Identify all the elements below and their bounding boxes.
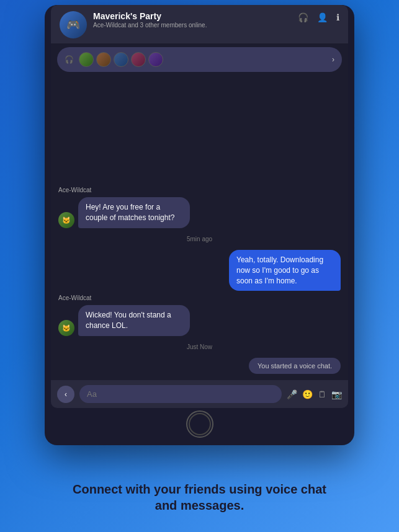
back-button[interactable]: ‹ <box>57 386 74 403</box>
emoji-icon[interactable]: 🙂 <box>302 389 313 399</box>
sender-avatar-2: 🐱 <box>58 320 74 336</box>
party-name: Maverick's Party <box>93 11 298 21</box>
sender-label-2: Ace-Wildcat <box>58 295 341 301</box>
message-row-2: 🐱 Wicked! You don't stand a chance LOL. <box>58 305 341 336</box>
info-icon[interactable]: ℹ <box>336 12 339 22</box>
party-info: Maverick's Party Ace-Wildcat and 3 other… <box>93 11 298 29</box>
bubble-2: Wicked! You don't stand a chance LOL. <box>78 305 190 336</box>
top-bar: 🎮 Maverick's Party Ace-Wildcat and 3 oth… <box>51 5 348 43</box>
voice-avatar-2 <box>96 52 111 67</box>
voice-avatars <box>79 52 332 67</box>
headset-icon[interactable]: 🎧 <box>298 12 308 22</box>
sticker-icon[interactable]: 🗒 <box>318 389 326 399</box>
voice-chat-icon: 🎧 <box>65 55 74 64</box>
tablet-device: 🎮 Maverick's Party Ace-Wildcat and 3 oth… <box>45 5 354 445</box>
input-bar: ‹ 🎤 🙂 🗒 📷 <box>51 380 348 408</box>
bubble-sent: Yeah, totally. Downloading now so I'm go… <box>229 250 341 291</box>
timestamp-1: 5min ago <box>58 236 341 242</box>
sender-label-1: Ace-Wildcat <box>58 187 341 193</box>
voice-bar-arrow: › <box>332 55 334 64</box>
mic-icon[interactable]: 🎤 <box>287 389 297 399</box>
cta-line1: Connect with your friends using voice ch… <box>73 482 326 496</box>
add-person-icon[interactable]: 👤 <box>317 12 328 22</box>
system-bubble: You started a voice chat. <box>249 358 341 374</box>
screen: 🎮 Maverick's Party Ace-Wildcat and 3 oth… <box>51 5 348 408</box>
party-subtitle: Ace-Wildcat and 3 other members online. <box>93 22 298 29</box>
voice-bar[interactable]: 🎧 › <box>57 47 342 72</box>
voice-avatar-3 <box>114 52 128 67</box>
system-message: You started a voice chat. <box>58 358 341 374</box>
voice-avatar-5 <box>148 52 163 67</box>
chat-area: Ace-Wildcat 🐱 Hey! Are you free for a co… <box>51 76 348 380</box>
top-icons: 🎧 👤 ℹ <box>298 11 339 22</box>
voice-avatar-4 <box>131 52 146 67</box>
timestamp-2: Just Now <box>58 344 341 350</box>
party-avatar: 🎮 <box>60 11 87 38</box>
sender-avatar-1: 🐱 <box>58 212 74 228</box>
bottom-cta: Connect with your friends using voice ch… <box>0 481 399 513</box>
home-button[interactable] <box>189 413 211 435</box>
message-group-2: Ace-Wildcat 🐱 Wicked! You don't stand a … <box>58 295 341 336</box>
cta-line2: and messages. <box>155 499 244 512</box>
voice-avatar-1 <box>79 52 94 67</box>
message-input[interactable] <box>79 385 282 403</box>
message-row-sent: Yeah, totally. Downloading now so I'm go… <box>58 250 341 291</box>
message-group-1: Ace-Wildcat 🐱 Hey! Are you free for a co… <box>58 187 341 228</box>
chat-spacer <box>58 82 341 183</box>
message-row-1: 🐱 Hey! Are you free for a couple of matc… <box>58 197 341 228</box>
bubble-1: Hey! Are you free for a couple of matche… <box>78 197 190 228</box>
camera-icon[interactable]: 📷 <box>331 389 342 399</box>
